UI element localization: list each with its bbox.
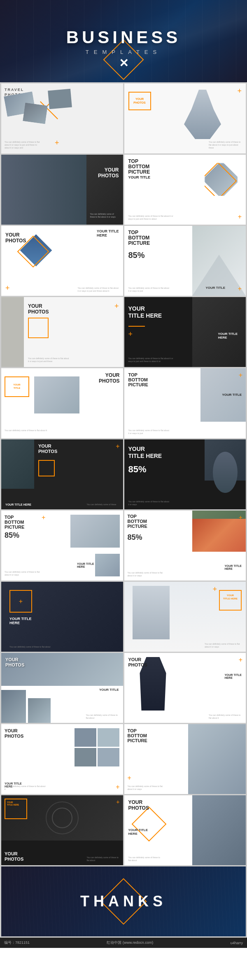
body-text2: You can definitely some of these to flat…	[209, 141, 242, 149]
body-text10: You can definitely some of these to flat…	[128, 429, 170, 435]
orange-photo-box: YOURPHOTOS	[128, 92, 151, 110]
body-text13: You can definitely some of these to flat…	[5, 571, 42, 576]
orange-box3: YOURTITLE HERE	[5, 799, 27, 819]
your-title5: YOUR TITLEHERE	[77, 562, 94, 568]
diamond-photo-wrapper	[205, 163, 238, 196]
plus3: +	[238, 213, 242, 221]
blue-diamond-wrap	[22, 236, 51, 265]
slide-photos-suit: YOURPHOTOS + YOUR TITLEHERE You can defi…	[124, 653, 246, 723]
slide-photos-diamond: YOURPHOTOS YOUR TITLEHERE + You can defi…	[1, 226, 123, 296]
your-title-small2: YOURTITLE HERE	[220, 591, 241, 601]
slide-airport: YOURPHOTOS You can definitely some of th…	[1, 155, 123, 225]
blue-diamond-border	[17, 236, 49, 268]
footer: 编号：7821151 红动中国 (www.redocn.com) u4harry	[0, 938, 247, 948]
your-photos8: YOURPHOTOS	[128, 799, 149, 811]
tb-title3: TOPBOTTOMPICTURE	[5, 515, 24, 529]
orange-box-dark	[38, 460, 55, 476]
body-text1: You can definitely some of these to flat…	[5, 141, 42, 149]
body-text3: You can definitely some of these to flat…	[90, 213, 119, 218]
slide-running: YOURPHOTOS + You can definitely some of …	[124, 84, 246, 153]
slide-photos-mixed: YOURPHOTOS YOUR TITLE You can definitely…	[1, 653, 123, 723]
plus10: +	[42, 514, 45, 521]
footer-author: u4harry	[230, 941, 243, 945]
plus4: +	[5, 284, 10, 293]
walkers-photo	[34, 376, 79, 413]
slide-dark-title: YOURTITLE HERE + YOUR TITLEHERE You can …	[124, 297, 246, 367]
body-text12: You can definitely some of these to flat…	[128, 500, 170, 506]
plus13: +	[239, 656, 242, 664]
body-text11: You can definitely some of these	[87, 503, 120, 506]
your-photos-dark: YOURPHOTOS	[98, 167, 119, 179]
plus2: +	[237, 87, 242, 95]
slide-hiking: TOPBOTTOMPICTURE 85% You can definitely …	[124, 226, 246, 296]
tb-title: TOP BOTTOM PICTURE Your TITLE	[128, 159, 151, 179]
your-title2: YOUR TITLEHERE	[97, 229, 119, 237]
side-photo	[1, 297, 24, 367]
slide-tb3: TOPBOTTOMPICTURE You can definitely some…	[124, 724, 246, 794]
plus5: +	[238, 285, 242, 293]
body-text21: You can definitely some of these to flat…	[87, 856, 120, 862]
group-photo1	[70, 515, 120, 548]
your-photos6: YOURPHOTOS	[128, 657, 147, 668]
slide-tb-color: TOPBOTTOMPICTURE 85% + You can definitel…	[124, 511, 246, 581]
grid-photo2	[98, 728, 119, 747]
plus14: +	[116, 783, 119, 791]
diamond-border	[205, 163, 237, 196]
your-photos3: YOURPHOTOS	[28, 303, 49, 315]
small-photo1	[1, 690, 26, 723]
dark-photo1	[1, 439, 34, 489]
slide-tb-groups: TOPBOTTOMPICTURE 85% You can definitely …	[1, 511, 123, 581]
your-title6: YOUR TITLEHERE	[224, 564, 242, 570]
slide-dark-photos: YOURPHOTOS + YOUR TITLE HERE You can def…	[1, 439, 123, 509]
person-dark	[213, 452, 238, 493]
your-photos4: YOURPHOTOS	[99, 372, 119, 384]
your-photos-dark2: YOURPHOTOS	[38, 444, 57, 454]
hero-subtitle: TEMPLATES	[86, 49, 161, 55]
your-title-dark5: YOURTITLE HERE	[5, 799, 26, 808]
slide-dark-card1: + YOUR TITLEHERE You can definitely some…	[1, 582, 123, 652]
grid-photo1	[75, 728, 96, 747]
travel-label: TRAVEL	[5, 88, 24, 92]
your-title-dark2: YOUR TITLE HERE	[5, 503, 31, 506]
picture-text: PICTURE	[128, 170, 151, 175]
plus7: +	[128, 330, 133, 339]
your-photos-label: YOURPHOTOS	[133, 98, 145, 105]
grid-photo3	[75, 748, 96, 766]
slide-diamond-title: YOUR TITLEHERE YOURPHOTOS You can defini…	[124, 795, 246, 865]
plus15: +	[128, 774, 131, 782]
plus11: +	[239, 514, 242, 521]
body-text16: You can definitely some of these to flat…	[205, 643, 242, 648]
body-text15: You can definitely some of these to flat…	[9, 646, 51, 648]
orange-box2: +	[9, 590, 32, 613]
body-text22: You can definitely some of these to flat…	[128, 856, 161, 862]
your-title10: YOUR TITLEHERE	[128, 828, 148, 836]
percent2: 85%	[5, 531, 19, 540]
slide-titlebox: YOURTITLE YOURPHOTOS You can definitely …	[1, 368, 123, 438]
body-text5: You can definitely some of these to flat…	[78, 287, 119, 293]
slide-light-card: YOURTITLE HERE + You can definitely some…	[124, 582, 246, 652]
grid-photo4	[98, 748, 119, 766]
footer-site: 红动中国 (www.redocn.com)	[107, 940, 153, 945]
plus9: +	[116, 443, 119, 450]
percent3: 85%	[128, 533, 142, 542]
your-photos7: YOURPHOTOS	[5, 728, 23, 739]
your-title8: YOUR TITLEHERE	[224, 673, 242, 679]
body-text17: You can definitely some of these to flat…	[86, 714, 119, 720]
photo-block3	[48, 89, 72, 109]
percent1: 85%	[128, 251, 145, 260]
your-title3: YOUR TITLE	[205, 286, 225, 290]
photo-grid	[75, 728, 120, 766]
slide-photos-person: YOURPHOTOS + You can definitely some of …	[1, 297, 123, 367]
person-blur	[133, 586, 170, 639]
diamond-wrap	[133, 808, 165, 841]
person-silhouette	[184, 90, 221, 139]
airport-photo	[1, 155, 86, 225]
percent-dark: 85%	[128, 464, 147, 475]
body-text6: You can definitely some of these to flat…	[128, 287, 170, 293]
plus-in-box: +	[19, 598, 23, 605]
body-text19: You can definitely some of these to flat…	[5, 785, 46, 791]
tb-photo	[188, 724, 246, 794]
tb-title5: TOPBOTTOMPICTURE	[128, 728, 147, 743]
your-title7: YOUR TITLE	[99, 688, 119, 692]
your-photos-dark3: YOURPHOTOS	[5, 851, 23, 862]
